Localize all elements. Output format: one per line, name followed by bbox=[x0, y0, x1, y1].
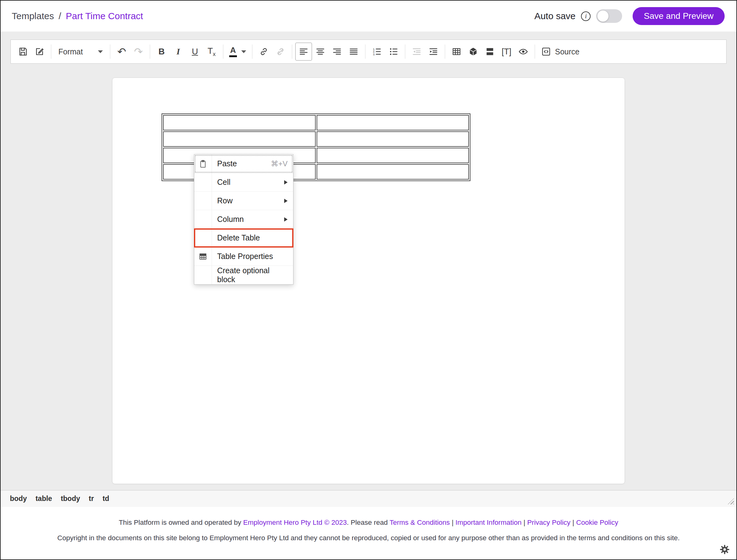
bold-button[interactable]: B bbox=[153, 43, 170, 61]
insert-table-button[interactable] bbox=[448, 43, 465, 61]
align-right-icon bbox=[332, 46, 342, 57]
top-bar: Templates / Part Time Contract Auto save… bbox=[1, 1, 736, 32]
element-path-bar: body table tbody tr td bbox=[1, 490, 736, 507]
bold-icon: B bbox=[159, 47, 165, 57]
undo-button[interactable]: ↶ bbox=[113, 43, 130, 61]
page-break-icon bbox=[485, 46, 495, 57]
footer-text: . Please read bbox=[347, 519, 389, 526]
table-cell[interactable] bbox=[317, 131, 469, 147]
menu-item-label: Delete Table bbox=[217, 233, 260, 242]
menu-item-row[interactable]: Row bbox=[194, 192, 293, 210]
menu-item-column[interactable]: Column bbox=[194, 210, 293, 229]
toolbar-divider bbox=[535, 45, 535, 59]
format-dropdown[interactable]: Format bbox=[54, 43, 107, 61]
table-cell[interactable] bbox=[163, 115, 316, 130]
menu-item-cell[interactable]: Cell bbox=[194, 173, 293, 192]
footer-link-cookie-policy[interactable]: Cookie Policy bbox=[576, 519, 618, 526]
insert-widget-button[interactable] bbox=[465, 43, 481, 61]
save-and-preview-button[interactable]: Save and Preview bbox=[633, 7, 725, 25]
document-canvas[interactable]: Paste ⌘+V Cell Row Column Delete Table bbox=[112, 78, 625, 484]
insert-link-button[interactable] bbox=[256, 43, 272, 61]
menu-item-delete-table[interactable]: Delete Table bbox=[194, 229, 293, 247]
align-left-icon bbox=[299, 46, 309, 57]
text-color-button[interactable]: A bbox=[227, 43, 249, 61]
footer-link-terms[interactable]: Terms & Conditions bbox=[389, 519, 450, 526]
table-cell[interactable] bbox=[163, 131, 316, 147]
page-footer: This Platform is owned and operated by E… bbox=[1, 507, 736, 559]
menu-item-label: Create optional block bbox=[217, 266, 288, 284]
clipboard-icon bbox=[198, 159, 208, 168]
underline-icon: U bbox=[192, 47, 198, 57]
numbered-list-icon: 1.2.3. bbox=[371, 46, 382, 57]
toolbar-divider bbox=[110, 45, 110, 59]
redo-icon: ↷ bbox=[134, 46, 143, 57]
menu-item-label: Paste bbox=[217, 159, 237, 168]
footer-link-employment-hero[interactable]: Employment Hero Pty Ltd © 2023 bbox=[243, 519, 347, 526]
increase-indent-icon bbox=[428, 46, 438, 57]
increase-indent-button[interactable] bbox=[425, 43, 442, 61]
gear-icon[interactable] bbox=[719, 544, 730, 557]
info-icon[interactable]: i bbox=[581, 11, 591, 21]
footer-link-privacy-policy[interactable]: Privacy Policy bbox=[527, 519, 570, 526]
footer-link-important-information[interactable]: Important Information bbox=[455, 519, 522, 526]
table-row bbox=[163, 115, 469, 130]
footer-text: This Platform is owned and operated by bbox=[119, 519, 243, 526]
toolbar-divider bbox=[223, 45, 223, 59]
title-block-button[interactable]: [T] bbox=[498, 43, 515, 61]
justify-button[interactable] bbox=[345, 43, 362, 61]
table-row bbox=[163, 131, 469, 147]
preview-button[interactable] bbox=[515, 43, 531, 61]
menu-item-label: Table Properties bbox=[217, 252, 273, 261]
table-properties-icon bbox=[198, 252, 208, 261]
save-template-button[interactable] bbox=[15, 43, 31, 61]
table-cell[interactable] bbox=[317, 148, 469, 163]
path-item-body[interactable]: body bbox=[10, 494, 27, 503]
footer-separator: | bbox=[521, 519, 527, 526]
table-cell[interactable] bbox=[317, 115, 469, 130]
breadcrumb-separator: / bbox=[59, 11, 61, 21]
path-item-tr[interactable]: tr bbox=[89, 494, 94, 503]
text-color-icon: A bbox=[229, 46, 237, 57]
table-icon bbox=[451, 46, 462, 57]
italic-button[interactable]: I bbox=[170, 43, 187, 61]
toolbar-divider bbox=[51, 45, 51, 59]
autosave-toggle[interactable] bbox=[596, 9, 622, 23]
menu-item-table-properties[interactable]: Table Properties bbox=[194, 247, 293, 266]
title-block-icon: [T] bbox=[502, 47, 511, 57]
unlink-button bbox=[272, 43, 289, 61]
source-button[interactable]: Source bbox=[538, 43, 582, 61]
undo-icon: ↶ bbox=[117, 46, 126, 57]
align-right-button[interactable] bbox=[329, 43, 345, 61]
toolbar-divider bbox=[365, 45, 366, 59]
remove-format-button[interactable]: Tx bbox=[203, 43, 220, 61]
align-left-button[interactable] bbox=[295, 43, 312, 61]
table-context-menu: Paste ⌘+V Cell Row Column Delete Table bbox=[194, 154, 294, 285]
bullet-list-icon bbox=[388, 46, 399, 57]
menu-item-paste[interactable]: Paste ⌘+V bbox=[194, 155, 293, 173]
eye-icon bbox=[518, 46, 528, 57]
path-item-tbody[interactable]: tbody bbox=[61, 494, 80, 503]
menu-item-label: Row bbox=[217, 196, 233, 205]
edit-template-button[interactable] bbox=[31, 43, 48, 61]
underline-button[interactable]: U bbox=[187, 43, 203, 61]
edit-icon bbox=[34, 46, 45, 57]
source-icon bbox=[541, 46, 551, 57]
page-break-button[interactable] bbox=[481, 43, 498, 61]
menu-item-label: Cell bbox=[217, 178, 231, 187]
resize-handle[interactable] bbox=[728, 498, 734, 504]
footer-separator: | bbox=[570, 519, 576, 526]
unlink-icon bbox=[275, 46, 286, 57]
menu-item-create-optional-block[interactable]: Create optional block bbox=[194, 266, 293, 284]
redo-button: ↷ bbox=[130, 43, 147, 61]
align-center-button[interactable] bbox=[312, 43, 329, 61]
format-label: Format bbox=[58, 47, 83, 56]
bullet-list-button[interactable] bbox=[385, 43, 402, 61]
path-item-td[interactable]: td bbox=[103, 494, 109, 503]
editor-toolbar: Format ↶ ↷ B I U Tx A bbox=[11, 40, 726, 64]
table-cell[interactable] bbox=[317, 164, 469, 180]
cube-icon bbox=[468, 46, 478, 57]
editor-workspace: Format ↶ ↷ B I U Tx A bbox=[1, 32, 736, 507]
numbered-list-button[interactable]: 1.2.3. bbox=[368, 43, 385, 61]
breadcrumb-root[interactable]: Templates bbox=[12, 11, 54, 21]
path-item-table[interactable]: table bbox=[36, 494, 52, 503]
